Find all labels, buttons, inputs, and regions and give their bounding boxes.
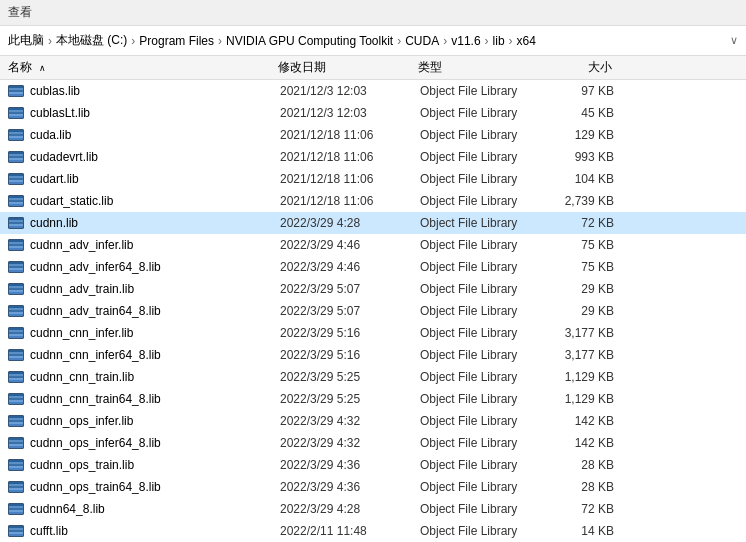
- file-type: Object File Library: [420, 194, 550, 208]
- table-row[interactable]: cudnn_ops_infer.lib 2022/3/29 4:32 Objec…: [0, 410, 746, 432]
- table-row[interactable]: cudnn_ops_train.lib 2022/3/29 4:36 Objec…: [0, 454, 746, 476]
- col-header-date[interactable]: 修改日期: [278, 59, 418, 76]
- file-date: 2022/3/29 4:36: [280, 458, 420, 472]
- table-row[interactable]: cublasLt.lib 2021/12/3 12:03 Object File…: [0, 102, 746, 124]
- file-type: Object File Library: [420, 326, 550, 340]
- table-row[interactable]: cublas.lib 2021/12/3 12:03 Object File L…: [0, 80, 746, 102]
- file-name: cudnn_cnn_train64_8.lib: [30, 392, 280, 406]
- file-name: cudnn_ops_train.lib: [30, 458, 280, 472]
- file-date: 2021/12/18 11:06: [280, 194, 420, 208]
- file-name: cublas.lib: [30, 84, 280, 98]
- col-header-type[interactable]: 类型: [418, 59, 548, 76]
- file-icon: [8, 194, 26, 208]
- file-type: Object File Library: [420, 106, 550, 120]
- file-date: 2022/3/29 5:25: [280, 370, 420, 384]
- file-type: Object File Library: [420, 260, 550, 274]
- file-size: 75 KB: [550, 260, 630, 274]
- breadcrumb-program-files[interactable]: Program Files: [139, 34, 214, 48]
- file-name: cudnn_adv_infer.lib: [30, 238, 280, 252]
- file-type: Object File Library: [420, 392, 550, 406]
- table-row[interactable]: cudnn_ops_infer64_8.lib 2022/3/29 4:32 O…: [0, 432, 746, 454]
- table-row[interactable]: cudnn64_8.lib 2022/3/29 4:28 Object File…: [0, 498, 746, 520]
- breadcrumb-nvidia[interactable]: NVIDIA GPU Computing Toolkit: [226, 34, 393, 48]
- file-date: 2022/2/11 11:48: [280, 524, 420, 538]
- file-size: 97 KB: [550, 84, 630, 98]
- column-header: 名称 ∧ 修改日期 类型 大小: [0, 56, 746, 80]
- file-icon: [8, 436, 26, 450]
- breadcrumb[interactable]: 此电脑 › 本地磁盘 (C:) › Program Files › NVIDIA…: [0, 26, 746, 56]
- table-row[interactable]: cudnn_ops_train64_8.lib 2022/3/29 4:36 O…: [0, 476, 746, 498]
- table-row[interactable]: cudart.lib 2021/12/18 11:06 Object File …: [0, 168, 746, 190]
- table-row[interactable]: cudadevrt.lib 2021/12/18 11:06 Object Fi…: [0, 146, 746, 168]
- col-header-size[interactable]: 大小: [548, 59, 628, 76]
- breadcrumb-computer[interactable]: 此电脑: [8, 32, 44, 49]
- file-icon: [8, 392, 26, 406]
- file-icon: [8, 172, 26, 186]
- file-name: cudnn_ops_infer.lib: [30, 414, 280, 428]
- breadcrumb-lib[interactable]: lib: [493, 34, 505, 48]
- table-row[interactable]: cudnn_cnn_train.lib 2022/3/29 5:25 Objec…: [0, 366, 746, 388]
- table-row[interactable]: cudart_static.lib 2021/12/18 11:06 Objec…: [0, 190, 746, 212]
- file-size: 993 KB: [550, 150, 630, 164]
- table-row[interactable]: cufft.lib 2022/2/11 11:48 Object File Li…: [0, 520, 746, 538]
- file-icon: [8, 370, 26, 384]
- breadcrumb-drive[interactable]: 本地磁盘 (C:): [56, 32, 127, 49]
- file-date: 2022/3/29 4:32: [280, 436, 420, 450]
- file-size: 75 KB: [550, 238, 630, 252]
- file-date: 2022/3/29 4:46: [280, 238, 420, 252]
- file-date: 2022/3/29 5:25: [280, 392, 420, 406]
- file-date: 2022/3/29 5:07: [280, 304, 420, 318]
- table-row[interactable]: cuda.lib 2021/12/18 11:06 Object File Li…: [0, 124, 746, 146]
- breadcrumb-dropdown[interactable]: ∨: [730, 34, 738, 47]
- file-size: 104 KB: [550, 172, 630, 186]
- file-icon: [8, 524, 26, 538]
- file-size: 1,129 KB: [550, 392, 630, 406]
- file-icon: [8, 458, 26, 472]
- file-type: Object File Library: [420, 304, 550, 318]
- file-size: 72 KB: [550, 216, 630, 230]
- file-type: Object File Library: [420, 502, 550, 516]
- file-type: Object File Library: [420, 414, 550, 428]
- file-type: Object File Library: [420, 436, 550, 450]
- breadcrumb-x64[interactable]: x64: [517, 34, 536, 48]
- file-date: 2022/3/29 5:16: [280, 348, 420, 362]
- file-name: cudnn_ops_train64_8.lib: [30, 480, 280, 494]
- table-row[interactable]: cudnn_cnn_train64_8.lib 2022/3/29 5:25 O…: [0, 388, 746, 410]
- file-date: 2022/3/29 4:28: [280, 216, 420, 230]
- file-name: cuda.lib: [30, 128, 280, 142]
- file-icon: [8, 128, 26, 142]
- table-row[interactable]: cudnn.lib 2022/3/29 4:28 Object File Lib…: [0, 212, 746, 234]
- file-type: Object File Library: [420, 84, 550, 98]
- file-date: 2021/12/18 11:06: [280, 128, 420, 142]
- breadcrumb-version[interactable]: v11.6: [451, 34, 480, 48]
- file-type: Object File Library: [420, 348, 550, 362]
- table-row[interactable]: cudnn_adv_infer64_8.lib 2022/3/29 4:46 O…: [0, 256, 746, 278]
- file-name: cudart.lib: [30, 172, 280, 186]
- table-row[interactable]: cudnn_adv_train.lib 2022/3/29 5:07 Objec…: [0, 278, 746, 300]
- file-type: Object File Library: [420, 150, 550, 164]
- table-row[interactable]: cudnn_adv_train64_8.lib 2022/3/29 5:07 O…: [0, 300, 746, 322]
- table-row[interactable]: cudnn_cnn_infer64_8.lib 2022/3/29 5:16 O…: [0, 344, 746, 366]
- file-icon: [8, 238, 26, 252]
- file-date: 2022/3/29 4:46: [280, 260, 420, 274]
- file-size: 45 KB: [550, 106, 630, 120]
- table-row[interactable]: cudnn_cnn_infer.lib 2022/3/29 5:16 Objec…: [0, 322, 746, 344]
- sort-arrow: ∧: [39, 63, 46, 73]
- breadcrumb-cuda[interactable]: CUDA: [405, 34, 439, 48]
- file-size: 29 KB: [550, 282, 630, 296]
- col-header-name[interactable]: 名称 ∧: [8, 59, 278, 76]
- file-date: 2021/12/18 11:06: [280, 150, 420, 164]
- file-type: Object File Library: [420, 216, 550, 230]
- file-name: cudnn_ops_infer64_8.lib: [30, 436, 280, 450]
- title-label: 查看: [8, 5, 32, 19]
- file-size: 1,129 KB: [550, 370, 630, 384]
- file-icon: [8, 304, 26, 318]
- file-name: cudnn_cnn_infer64_8.lib: [30, 348, 280, 362]
- file-date: 2022/3/29 5:07: [280, 282, 420, 296]
- file-size: 142 KB: [550, 436, 630, 450]
- file-icon: [8, 106, 26, 120]
- file-list: cublas.lib 2021/12/3 12:03 Object File L…: [0, 80, 746, 538]
- file-type: Object File Library: [420, 480, 550, 494]
- file-name: cudnn_cnn_train.lib: [30, 370, 280, 384]
- table-row[interactable]: cudnn_adv_infer.lib 2022/3/29 4:46 Objec…: [0, 234, 746, 256]
